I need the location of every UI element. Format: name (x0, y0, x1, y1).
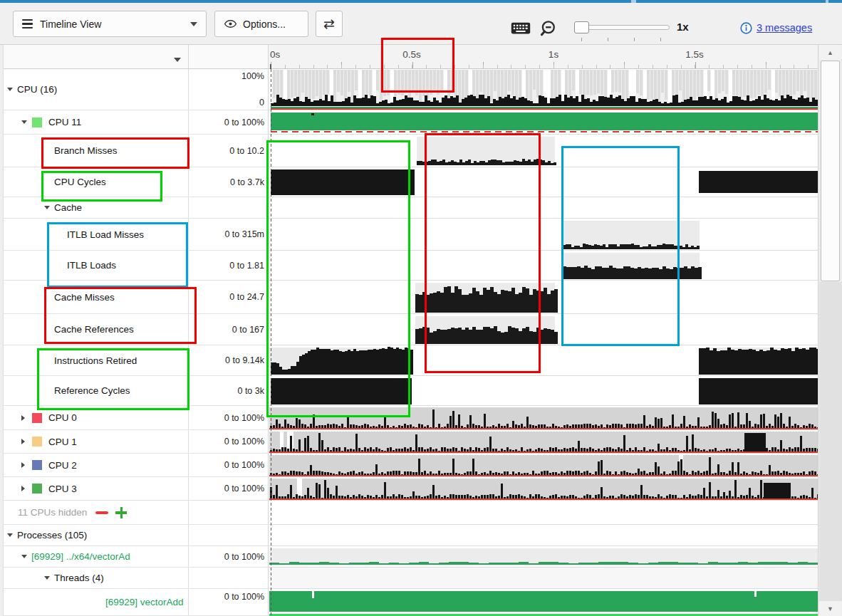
row-name-cell[interactable]: CPU 1 (0, 430, 189, 453)
messages-link[interactable]: 3 messages (757, 22, 812, 33)
expand-caret-icon[interactable] (21, 486, 28, 491)
slider-tick (608, 38, 608, 41)
row-name-cell[interactable]: Processes (105) (0, 525, 189, 545)
timeline-ruler[interactable]: 0s0.5s1s1.5s (269, 45, 818, 69)
sort-caret-icon[interactable] (174, 58, 181, 66)
row-69929-x64-vectorad[interactable]: [69929] ../x64/vectorAd0 to 100% (0, 546, 269, 568)
scrollbar-thumb[interactable] (821, 61, 840, 281)
info-icon[interactable] (739, 21, 753, 35)
row-label: Cache References (54, 324, 134, 335)
row-cache-references[interactable]: Cache References0 to 167 (0, 314, 269, 345)
row-itlb-loads[interactable]: ITLB Loads0 to 1.81 (0, 251, 269, 281)
row-reference-cycles[interactable]: Reference Cycles0 to 3k (0, 376, 269, 406)
row-cpu-11[interactable]: CPU 110 to 100% (0, 110, 269, 135)
scale-range-label: 0 to 100% (224, 413, 264, 423)
slider-tick (581, 38, 582, 41)
row-scale-cell: 0 to 100% (189, 477, 269, 500)
row-scale-cell (189, 525, 269, 545)
row-name-cell[interactable]: ITLB Load Misses (0, 219, 189, 250)
row-name-cell[interactable]: Cache References (0, 314, 189, 345)
scale-range-label: 0 to 100% (224, 118, 264, 127)
row-name-cell[interactable]: CPU 2 (0, 454, 189, 476)
row-name-cell[interactable]: Cache (0, 197, 189, 218)
row-scale-cell: 0 to 100% (189, 430, 269, 453)
collapse-caret-icon[interactable] (7, 88, 13, 94)
collapse-caret-icon[interactable] (21, 555, 27, 561)
row-label: [69929] vectorAdd (105, 597, 184, 607)
row-label: Reference Cycles (54, 385, 130, 396)
slider-tick (660, 38, 661, 41)
row-cpu-16[interactable]: CPU (16)100%0 (0, 69, 269, 110)
row-cpu-0[interactable]: CPU 00 to 100% (0, 406, 269, 430)
collapse-caret-icon[interactable] (44, 206, 50, 212)
add-cpus-button[interactable] (115, 507, 127, 518)
row-scale-cell: 0 to 1.81 (189, 251, 269, 280)
row-69929-vectoradd[interactable]: [69929] vectorAdd0 to 100% (0, 589, 269, 616)
row-processes-105[interactable]: Processes (105) (0, 525, 269, 546)
expand-caret-icon[interactable] (21, 415, 28, 421)
row-cpu-3[interactable]: CPU 30 to 100% (0, 477, 269, 501)
scale-range-label: 0 to 3.7k (230, 177, 264, 187)
chevron-down-icon (190, 22, 197, 30)
row-name-cell[interactable]: Instructions Retired (0, 345, 189, 375)
row-name-cell[interactable]: ITLB Loads (0, 251, 189, 280)
collapse-caret-icon[interactable] (21, 120, 27, 127)
row-cpu-cycles[interactable]: CPU Cycles0 to 3.7k (0, 167, 269, 197)
row-name-cell[interactable]: CPU Cycles (0, 167, 189, 197)
row-label: Cache (54, 202, 82, 213)
row-branch-misses[interactable]: Branch Misses0 to 10.2 (0, 135, 269, 167)
zoom-slider-handle[interactable] (574, 21, 589, 33)
collapse-caret-icon[interactable] (7, 533, 13, 540)
row-cpu-1[interactable]: CPU 10 to 100% (0, 430, 269, 454)
row-name-cell[interactable]: [69929] vectorAdd (0, 589, 189, 615)
row-name-cell[interactable]: CPU 0 (0, 406, 189, 429)
zoom-out-icon[interactable] (539, 19, 559, 38)
row-label: CPU 3 (48, 484, 77, 494)
row-name-cell[interactable]: 11 CPUs hidden (0, 501, 189, 524)
hidden-cpus-label: 11 CPUs hidden (18, 507, 87, 518)
row-cache[interactable]: Cache (0, 197, 269, 219)
scale-range-label: 0 to 100% (224, 437, 264, 447)
collapse-caret-icon[interactable] (44, 576, 50, 583)
scale-range-label: 0 to 100% (224, 484, 264, 494)
row-name-cell[interactable]: [69929] ../x64/vectorAd (0, 546, 189, 567)
row-name-cell[interactable]: Threads (4) (0, 568, 189, 588)
row-scale-cell (189, 197, 269, 218)
scale-range-label: 0 to 24.7 (229, 292, 264, 302)
row-name-cell[interactable]: CPU (16) (0, 69, 189, 110)
scale-min-label: 0 (259, 98, 264, 108)
row-11-cpus-hidden[interactable]: 11 CPUs hidden (0, 501, 269, 525)
row-label: CPU 1 (48, 437, 77, 447)
swap-rows-button[interactable]: ⇄ (316, 11, 343, 37)
row-name-cell[interactable]: CPU 11 (0, 110, 189, 134)
row-cache-misses[interactable]: Cache Misses0 to 24.7 (0, 281, 269, 314)
view-selector-dropdown[interactable]: Timeline View (13, 11, 207, 37)
row-cpu-2[interactable]: CPU 20 to 100% (0, 454, 269, 477)
name-column-header[interactable] (0, 45, 189, 69)
toolbar: Timeline View Options... ⇄ 1x 3 messages (0, 3, 842, 45)
remove-cpus-button[interactable] (95, 511, 108, 514)
scale-column-header[interactable] (189, 45, 269, 69)
expand-caret-icon[interactable] (21, 439, 28, 444)
keyboard-shortcuts-icon[interactable] (510, 19, 531, 36)
scroll-down-button[interactable]: ▼ (819, 601, 841, 616)
cpu-color-swatch (32, 413, 42, 423)
row-label: [69929] ../x64/vectorAd (31, 551, 130, 562)
expand-caret-icon[interactable] (21, 462, 28, 468)
row-itlb-load-misses[interactable]: ITLB Load Misses0 to 315m (0, 219, 269, 251)
row-label: Instructions Retired (54, 355, 137, 366)
options-button[interactable]: Options... (214, 11, 308, 37)
row-instructions-retired[interactable]: Instructions Retired0 to 9.14k (0, 345, 269, 376)
row-name-cell[interactable]: CPU 3 (0, 477, 189, 500)
row-name-cell[interactable]: Reference Cycles (0, 376, 189, 405)
scale-range-label: 0 to 3k (237, 386, 264, 396)
row-threads-4[interactable]: Threads (4) (0, 568, 269, 589)
vertical-scrollbar[interactable]: ▲ ▼ (818, 45, 842, 616)
row-name-cell[interactable]: Branch Misses (0, 135, 189, 167)
timeline-chart-area[interactable] (269, 69, 818, 616)
row-name-cell[interactable]: Cache Misses (0, 281, 189, 313)
ruler-label-1.5s: 1.5s (685, 49, 704, 60)
scroll-up-button[interactable]: ▲ (819, 45, 841, 60)
eye-icon (224, 17, 237, 31)
scrollbar-track-lower[interactable] (819, 282, 842, 601)
